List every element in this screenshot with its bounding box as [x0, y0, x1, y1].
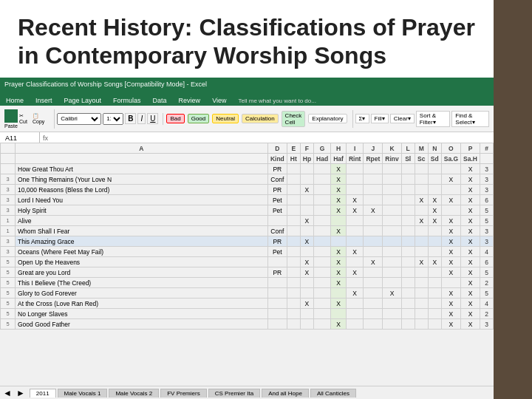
table-cell[interactable]: X — [441, 267, 460, 278]
table-cell[interactable] — [300, 309, 313, 319]
table-cell[interactable]: 3 — [480, 164, 494, 174]
table-cell[interactable] — [314, 319, 331, 330]
table-cell[interactable]: 3 — [480, 226, 494, 236]
table-cell[interactable]: X — [441, 216, 460, 226]
table-cell[interactable] — [401, 309, 415, 319]
table-cell[interactable]: X — [428, 205, 441, 216]
table-cell[interactable] — [346, 185, 364, 195]
table-cell[interactable]: X — [461, 309, 480, 319]
table-cell[interactable]: 3 — [1, 185, 16, 195]
table-cell[interactable]: X — [461, 299, 480, 309]
table-cell[interactable] — [287, 288, 300, 299]
table-cell[interactable]: X — [300, 216, 313, 226]
col-header-j[interactable]: J — [364, 143, 383, 154]
table-cell[interactable] — [415, 236, 428, 247]
table-cell[interactable] — [383, 257, 401, 267]
table-cell[interactable]: X — [331, 164, 347, 174]
table-cell[interactable] — [300, 288, 313, 299]
table-cell[interactable] — [383, 267, 401, 278]
table-cell[interactable] — [314, 247, 331, 257]
ribbon-tab-pagelayout[interactable]: Page Layout — [58, 95, 108, 106]
table-cell[interactable] — [401, 299, 415, 309]
table-cell[interactable]: 1 — [1, 216, 16, 226]
copy-button[interactable]: 📋 Copy — [33, 113, 50, 124]
table-cell[interactable]: X — [331, 247, 347, 257]
table-cell[interactable] — [441, 278, 460, 288]
table-cell[interactable]: X — [364, 205, 383, 216]
bad-style-button[interactable]: Bad — [166, 114, 184, 123]
table-cell[interactable]: X — [461, 205, 480, 216]
table-cell[interactable]: PR — [267, 185, 287, 195]
clear-button[interactable]: Clear▾ — [390, 114, 415, 123]
table-cell[interactable]: Great are you Lord — [16, 267, 268, 278]
col-header-g[interactable]: G — [314, 143, 331, 154]
table-cell[interactable]: X — [331, 205, 347, 216]
table-cell[interactable] — [383, 247, 401, 257]
table-cell[interactable] — [415, 174, 428, 185]
table-cell[interactable] — [287, 216, 300, 226]
table-cell[interactable]: X — [383, 288, 401, 299]
table-cell[interactable] — [287, 205, 300, 216]
table-cell[interactable] — [300, 226, 313, 236]
table-cell[interactable] — [415, 247, 428, 257]
ribbon-tab-home[interactable]: Home — [0, 95, 30, 106]
table-cell[interactable] — [428, 309, 441, 319]
table-cell[interactable] — [401, 288, 415, 299]
table-cell[interactable]: X — [461, 164, 480, 174]
table-cell[interactable] — [364, 267, 383, 278]
sheet-tab-2011[interactable]: 2011 — [30, 389, 56, 398]
col-header-d[interactable]: D — [267, 143, 287, 154]
table-cell[interactable]: 5 — [1, 288, 16, 299]
table-cell[interactable] — [314, 174, 331, 185]
table-cell[interactable] — [267, 288, 287, 299]
table-cell[interactable] — [415, 226, 428, 236]
table-cell[interactable]: X — [346, 288, 364, 299]
table-cell[interactable]: 2 — [480, 278, 494, 288]
table-cell[interactable] — [364, 195, 383, 205]
table-cell[interactable] — [428, 174, 441, 185]
table-cell[interactable]: X — [331, 226, 347, 236]
table-cell[interactable]: 4 — [480, 299, 494, 309]
table-cell[interactable]: X — [461, 247, 480, 257]
table-cell[interactable]: X — [331, 174, 347, 185]
table-cell[interactable]: Holy Spirit — [16, 205, 268, 216]
neutral-style-button[interactable]: Neutral — [212, 114, 239, 123]
table-cell[interactable] — [300, 205, 313, 216]
table-cell[interactable] — [401, 164, 415, 174]
table-cell[interactable] — [401, 236, 415, 247]
table-cell[interactable] — [346, 257, 364, 267]
table-cell[interactable] — [401, 185, 415, 195]
table-cell[interactable]: 3 — [1, 195, 16, 205]
table-cell[interactable]: X — [415, 257, 428, 267]
table-cell[interactable]: Conf — [267, 174, 287, 185]
table-cell[interactable] — [383, 195, 401, 205]
table-cell[interactable] — [364, 216, 383, 226]
table-cell[interactable] — [383, 309, 401, 319]
table-cell[interactable] — [300, 164, 313, 174]
table-cell[interactable]: X — [441, 226, 460, 236]
table-cell[interactable]: X — [461, 185, 480, 195]
table-cell[interactable] — [346, 319, 364, 330]
table-cell[interactable] — [364, 299, 383, 309]
table-cell[interactable] — [314, 278, 331, 288]
table-cell[interactable]: X — [441, 288, 460, 299]
table-cell[interactable]: X — [428, 195, 441, 205]
col-header-n[interactable]: N — [428, 143, 441, 154]
table-cell[interactable]: X — [441, 247, 460, 257]
table-cell[interactable] — [314, 205, 331, 216]
table-cell[interactable] — [287, 164, 300, 174]
table-cell[interactable]: X — [300, 185, 313, 195]
table-cell[interactable]: X — [428, 216, 441, 226]
table-cell[interactable] — [401, 226, 415, 236]
table-cell[interactable] — [314, 236, 331, 247]
table-cell[interactable]: X — [441, 309, 460, 319]
table-cell[interactable] — [383, 164, 401, 174]
col-header-h[interactable]: H — [331, 143, 347, 154]
table-cell[interactable]: X — [461, 195, 480, 205]
table-cell[interactable] — [428, 299, 441, 309]
table-cell[interactable] — [383, 174, 401, 185]
table-cell[interactable]: X — [331, 185, 347, 195]
table-cell[interactable] — [287, 247, 300, 257]
table-cell[interactable]: At the Cross (Love Ran Red) — [16, 299, 268, 309]
table-cell[interactable] — [300, 174, 313, 185]
